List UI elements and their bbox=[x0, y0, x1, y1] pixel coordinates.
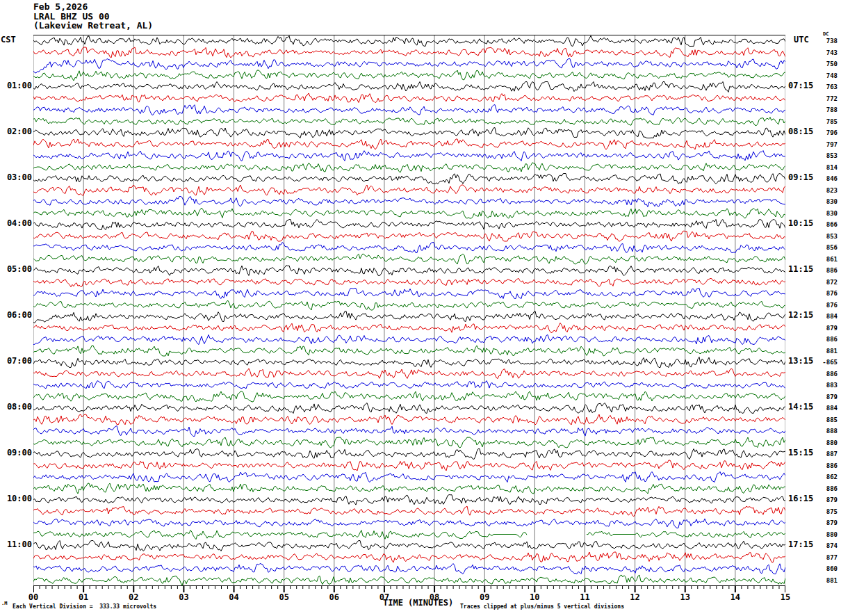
dc-value: 883 bbox=[804, 382, 838, 389]
dc-value: 814 bbox=[804, 164, 838, 171]
left-hour-label: 10:00 bbox=[0, 494, 32, 503]
seismic-trace bbox=[33, 506, 785, 517]
x-axis-label: 14 bbox=[726, 593, 745, 601]
seismic-trace bbox=[33, 460, 785, 471]
scale-note: Each Vertical Division = 333.33 microvol… bbox=[13, 603, 156, 610]
x-axis-label: 06 bbox=[325, 593, 344, 601]
left-hour-label: 11:00 bbox=[0, 540, 32, 549]
seismic-trace bbox=[33, 82, 785, 92]
seismic-trace bbox=[33, 47, 785, 58]
dc-value: 885 bbox=[804, 416, 838, 423]
x-axis-label: 05 bbox=[275, 593, 294, 601]
dc-value: 886 bbox=[804, 336, 838, 343]
dc-value: 862 bbox=[804, 473, 838, 480]
dc-value: 866 bbox=[804, 221, 838, 228]
left-hour-label: 03:00 bbox=[0, 173, 32, 181]
dc-value: 887 bbox=[804, 451, 838, 457]
x-axis-label: 10 bbox=[525, 593, 544, 601]
dc-value: 886 bbox=[804, 462, 838, 469]
seismic-trace bbox=[33, 254, 785, 264]
dc-value: 886 bbox=[804, 267, 838, 274]
seismic-trace bbox=[33, 449, 785, 460]
seismic-trace bbox=[33, 220, 785, 230]
left-hour-label: 08:00 bbox=[0, 403, 32, 411]
seismic-trace bbox=[33, 300, 785, 310]
seismic-trace bbox=[33, 174, 785, 184]
dc-value: 875 bbox=[804, 508, 838, 515]
dc-value: 886 bbox=[804, 371, 838, 378]
left-hour-label: 06:00 bbox=[0, 311, 32, 319]
seismic-trace bbox=[33, 335, 785, 345]
dc-value: 743 bbox=[804, 49, 838, 56]
seismic-trace bbox=[33, 289, 785, 299]
seismic-trace bbox=[33, 163, 785, 172]
dc-value: 876 bbox=[804, 302, 838, 309]
seismic-trace bbox=[33, 519, 785, 528]
dc-value: 797 bbox=[804, 141, 838, 148]
seismic-trace bbox=[33, 311, 785, 323]
x-axis-label: 09 bbox=[475, 593, 494, 601]
seismic-trace bbox=[33, 414, 785, 425]
dc-value: 750 bbox=[804, 60, 838, 67]
dc-value: -865 bbox=[804, 359, 838, 366]
x-axis-label: 04 bbox=[224, 593, 244, 601]
dc-value: 788 bbox=[804, 106, 838, 113]
dc-value: 796 bbox=[804, 129, 838, 136]
seismic-trace bbox=[33, 151, 785, 161]
x-axis-label: 02 bbox=[124, 593, 143, 601]
dc-value: 881 bbox=[804, 577, 838, 584]
x-axis-label: 01 bbox=[74, 593, 93, 601]
seismic-trace bbox=[33, 93, 785, 103]
seismic-trace bbox=[33, 105, 785, 115]
dc-value: 856 bbox=[804, 244, 838, 251]
dc-value: 860 bbox=[804, 565, 838, 572]
helicorder-screen: Feb 5,2026 LRAL BHZ US 00 (Lakeview Retr… bbox=[0, 0, 841, 616]
dc-value: 785 bbox=[804, 118, 838, 125]
seismic-trace bbox=[33, 139, 785, 149]
left-hour-label: 05:00 bbox=[0, 265, 32, 273]
seismic-trace bbox=[33, 552, 785, 562]
seismic-trace bbox=[33, 357, 785, 368]
seismic-trace bbox=[33, 208, 785, 218]
x-axis-label: 00 bbox=[24, 593, 43, 601]
seismic-trace bbox=[33, 530, 785, 540]
dc-value: 884 bbox=[804, 405, 838, 412]
seismogram-plot bbox=[33, 35, 785, 598]
dc-value: 876 bbox=[804, 290, 838, 297]
seismic-trace bbox=[33, 59, 785, 73]
seismic-trace bbox=[33, 231, 785, 241]
dc-value: 879 bbox=[804, 496, 838, 503]
dc-value: 880 bbox=[804, 439, 838, 446]
dc-value: 738 bbox=[804, 38, 838, 44]
x-axis-label: 07 bbox=[375, 593, 394, 601]
seismic-trace bbox=[33, 426, 785, 437]
header-location: (Lakeview Retreat, AL) bbox=[33, 21, 153, 30]
dc-value: 853 bbox=[804, 152, 838, 159]
clip-note: Traces clipped at plus/minus 5 vertical … bbox=[460, 603, 624, 610]
dc-value: 830 bbox=[804, 210, 838, 217]
seismic-trace bbox=[33, 437, 785, 448]
dc-value: 823 bbox=[804, 187, 838, 194]
seismic-trace bbox=[33, 564, 785, 574]
dc-value: 884 bbox=[804, 313, 838, 320]
left-timezone-label: CST bbox=[1, 35, 16, 44]
dc-value: 879 bbox=[804, 519, 838, 526]
x-axis-label: 08 bbox=[425, 593, 444, 601]
seismic-trace bbox=[33, 575, 785, 585]
seismic-trace bbox=[33, 381, 785, 389]
dc-value: 861 bbox=[804, 256, 838, 263]
x-axis-label: 15 bbox=[776, 593, 795, 601]
dc-value: 846 bbox=[804, 175, 838, 182]
dc-value: 830 bbox=[804, 198, 838, 205]
seismic-trace bbox=[33, 128, 785, 138]
dc-value: 872 bbox=[804, 279, 838, 286]
x-axis-label: 11 bbox=[575, 593, 594, 601]
seismic-trace bbox=[33, 185, 785, 195]
dc-value: 772 bbox=[804, 95, 838, 102]
seismic-trace bbox=[33, 346, 785, 356]
dc-value: 888 bbox=[804, 428, 838, 435]
seismic-trace bbox=[33, 278, 785, 286]
seismic-trace bbox=[33, 403, 785, 414]
dc-value: 881 bbox=[804, 348, 838, 355]
dc-value: 763 bbox=[804, 83, 838, 90]
